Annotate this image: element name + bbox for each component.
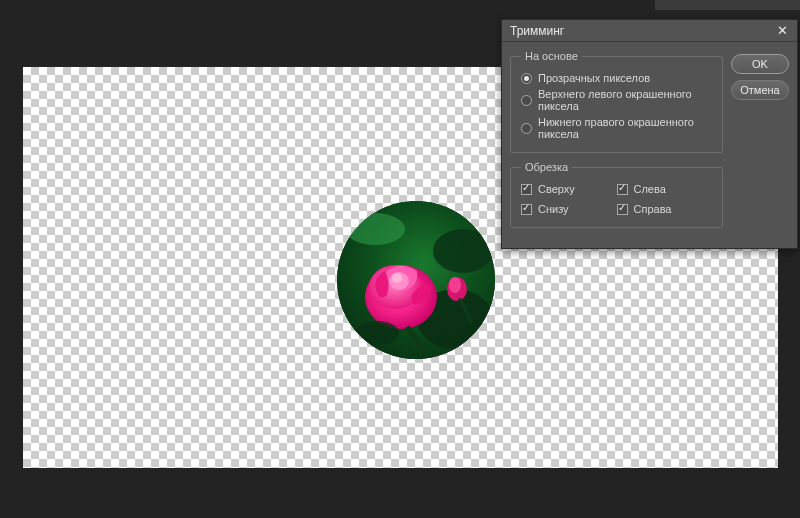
based-on-legend: На основе — [521, 50, 582, 62]
radio-icon — [521, 73, 532, 84]
radio-icon — [521, 123, 532, 134]
checkbox-bottom[interactable]: Снизу — [521, 201, 617, 217]
trim-away-legend: Обрезка — [521, 161, 572, 173]
checkbox-label: Справа — [634, 203, 672, 215]
checkbox-icon — [521, 204, 532, 215]
trim-dialog: Тримминг ✕ На основе Прозрачных пикселов… — [501, 19, 798, 249]
radio-bottom-right-pixel[interactable]: Нижнего правого окрашенного пиксела — [521, 114, 712, 142]
checkbox-right[interactable]: Справа — [617, 201, 713, 217]
checkbox-label: Снизу — [538, 203, 569, 215]
radio-top-left-pixel[interactable]: Верхнего левого окрашенного пиксела — [521, 86, 712, 114]
circular-image — [337, 201, 495, 359]
cancel-button[interactable]: Отмена — [731, 80, 789, 100]
radio-label: Нижнего правого окрашенного пиксела — [538, 116, 712, 140]
radio-label: Верхнего левого окрашенного пиксела — [538, 88, 712, 112]
checkbox-icon — [617, 184, 628, 195]
checkbox-icon — [617, 204, 628, 215]
svg-point-5 — [449, 277, 461, 293]
svg-point-9 — [392, 273, 402, 283]
radio-transparent-pixels[interactable]: Прозрачных пикселов — [521, 70, 712, 86]
radio-icon — [521, 95, 532, 106]
dialog-titlebar[interactable]: Тримминг ✕ — [502, 20, 797, 42]
checkbox-left[interactable]: Слева — [617, 181, 713, 197]
checkbox-icon — [521, 184, 532, 195]
checkbox-top[interactable]: Сверху — [521, 181, 617, 197]
checkbox-label: Сверху — [538, 183, 575, 195]
radio-label: Прозрачных пикселов — [538, 72, 650, 84]
ok-button[interactable]: OK — [731, 54, 789, 74]
dialog-title: Тримминг — [510, 24, 773, 38]
top-panel-strip — [655, 0, 800, 10]
trim-away-group: Обрезка Сверху Слева Снизу — [510, 161, 723, 228]
close-icon[interactable]: ✕ — [773, 22, 791, 40]
checkbox-label: Слева — [634, 183, 666, 195]
rose-illustration — [337, 201, 495, 359]
based-on-group: На основе Прозрачных пикселов Верхнего л… — [510, 50, 723, 153]
